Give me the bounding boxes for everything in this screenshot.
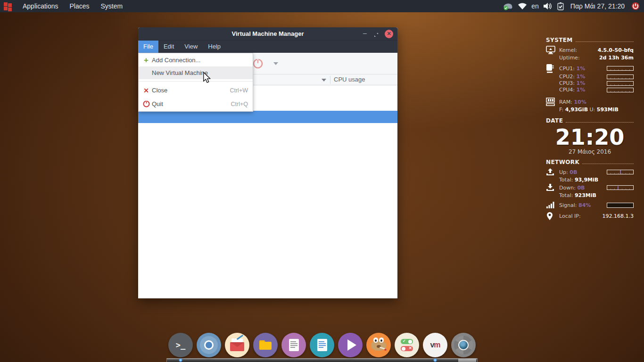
local-ip-row: Local IP: 192.168.1.3 — [546, 212, 634, 221]
restore-button[interactable] — [373, 31, 379, 37]
battery-check-icon[interactable] — [557, 1, 564, 11]
vmm-logo-m: m — [434, 341, 440, 349]
dock-settings-toggles[interactable]: ✓ ✕ — [395, 333, 419, 357]
down-row: Down: 0B — [546, 183, 634, 192]
power-icon[interactable] — [631, 1, 640, 11]
selected-connection-row[interactable] — [138, 111, 397, 123]
ram-label: RAM: — [559, 99, 572, 105]
shutdown-vm-button[interactable] — [252, 58, 264, 69]
dock-virtual-machine-manager[interactable]: vm — [423, 333, 447, 357]
vmm-logo-v: v — [430, 341, 434, 349]
mem-free-label: F: — [559, 107, 563, 113]
mem-used-value: 593MiB — [597, 107, 619, 113]
dock-media-player[interactable] — [338, 333, 363, 357]
menu-separator — [139, 81, 253, 82]
cpu1-row: CPU1: 1% — [546, 64, 634, 73]
cpu1-value: 1% — [577, 66, 586, 72]
titlebar[interactable]: Virtual Machine Manager – ✕ — [138, 27, 397, 41]
cloud-sync-icon[interactable] — [502, 1, 513, 11]
signal-value: 84% — [578, 202, 591, 208]
kernel-label: Kernel: — [559, 47, 577, 53]
down-total-value: 923MiB — [575, 192, 596, 198]
dock-file-manager[interactable] — [253, 333, 278, 357]
up-row: Up: 0B — [546, 168, 634, 176]
upload-icon — [546, 168, 559, 176]
dock-text-editor[interactable] — [281, 333, 306, 357]
download-icon — [546, 183, 559, 192]
menu-item-quit[interactable]: Quit Ctrl+Q — [139, 97, 253, 111]
dock-screenshot-tool[interactable] — [451, 333, 476, 357]
panel-menus: Applications Places System — [0, 1, 128, 11]
distro-logo-icon[interactable] — [4, 2, 12, 10]
menu-item-label: Add Connection... — [152, 57, 200, 64]
menu-help[interactable]: Help — [203, 41, 226, 53]
close-x-icon: ✕ — [142, 87, 150, 94]
menu-view[interactable]: View — [179, 41, 203, 53]
menu-item-add-connection[interactable]: + Add Connection... — [139, 54, 253, 66]
dock-gimp[interactable] — [366, 333, 391, 357]
cpu4-graph — [607, 88, 634, 92]
cpu-usage-column-header[interactable]: CPU usage — [334, 76, 365, 83]
uptime-value: 2d 13h 36m — [599, 55, 634, 61]
menu-places[interactable]: Places — [64, 1, 95, 11]
dock-documents[interactable] — [310, 333, 334, 357]
up-total-label: Total: — [559, 177, 573, 183]
dock-chromium-browser[interactable] — [197, 333, 221, 357]
signal-label: Signal: — [559, 202, 577, 208]
menu-item-new-virtual-machine[interactable]: New Virtual Machine — [139, 66, 253, 79]
ram-value: 10% — [574, 99, 586, 105]
menu-item-close[interactable]: ✕ Close Ctrl+W — [139, 83, 253, 97]
cpu3-value: 1% — [577, 80, 586, 86]
terminal-glyph: >_ — [176, 340, 185, 350]
conky-monitor: SYSTEM Kernel: 4.5.0-50-bfq Uptime: 2d 1… — [546, 37, 634, 221]
minimize-button[interactable]: – — [362, 31, 368, 37]
conky-clock: 21:20 — [546, 126, 634, 148]
menu-item-accel: Ctrl+W — [230, 87, 248, 94]
monitor-icon — [546, 46, 559, 54]
menu-edit[interactable]: Edit — [158, 41, 179, 53]
cpu1-graph — [607, 66, 634, 71]
up-graph — [607, 170, 634, 174]
running-indicator-terminal — [179, 358, 182, 362]
cpu2-label: CPU2: — [559, 74, 575, 80]
panel-clock[interactable]: Παρ Μάι 27, 21:20 — [570, 2, 625, 10]
wifi-icon[interactable] — [518, 1, 527, 11]
file-menu-popup: + Add Connection... New Virtual Machine … — [138, 53, 253, 112]
volume-icon[interactable] — [543, 1, 553, 11]
menu-item-accel: Ctrl+Q — [231, 101, 248, 107]
dock: >_ ✓ ✕ vm — [168, 333, 476, 357]
conky-system-title: SYSTEM — [546, 37, 573, 43]
up-total-value: 93,9MiB — [575, 177, 598, 183]
mem-used-label: U: — [590, 107, 595, 113]
shutdown-dropdown-caret[interactable] — [273, 62, 278, 65]
conky-system-header: SYSTEM — [546, 37, 634, 43]
menubar: File Edit View Help — [138, 41, 397, 53]
down-label: Down: — [559, 185, 576, 191]
dock-email-client[interactable] — [225, 333, 249, 357]
down-total-row: Total: 923MiB — [546, 192, 634, 198]
running-indicator-vmm — [433, 358, 437, 362]
ram-icon — [546, 98, 559, 106]
signal-bar — [607, 203, 634, 208]
conky-date-header: DATE — [546, 117, 634, 124]
conky-network-header: NETWORK — [546, 159, 634, 165]
down-value: 0B — [577, 185, 585, 191]
dock-panel — [166, 358, 478, 362]
menu-system[interactable]: System — [95, 1, 129, 11]
cpu3-graph — [607, 81, 634, 86]
kernel-row: Kernel: 4.5.0-50-bfq — [546, 46, 634, 54]
sort-caret-icon[interactable] — [322, 79, 326, 82]
desktop: Applications Places System en — [0, 0, 644, 362]
kernel-value: 4.5.0-50-bfq — [598, 47, 634, 53]
quit-power-icon — [142, 100, 150, 107]
ram-row: RAM: 10% — [546, 98, 634, 106]
menu-file[interactable]: File — [138, 41, 158, 53]
up-label: Up: — [559, 169, 568, 175]
close-button[interactable]: ✕ — [385, 30, 393, 38]
cpu3-row: CPU3: 1% — [546, 80, 634, 86]
up-total-row: Total: 93,9MiB — [546, 177, 634, 183]
menu-applications[interactable]: Applications — [17, 1, 64, 11]
keyboard-layout-indicator[interactable]: en — [531, 2, 539, 10]
cpu2-row: CPU2: 1% — [546, 74, 634, 80]
dock-terminal[interactable]: >_ — [168, 333, 193, 357]
